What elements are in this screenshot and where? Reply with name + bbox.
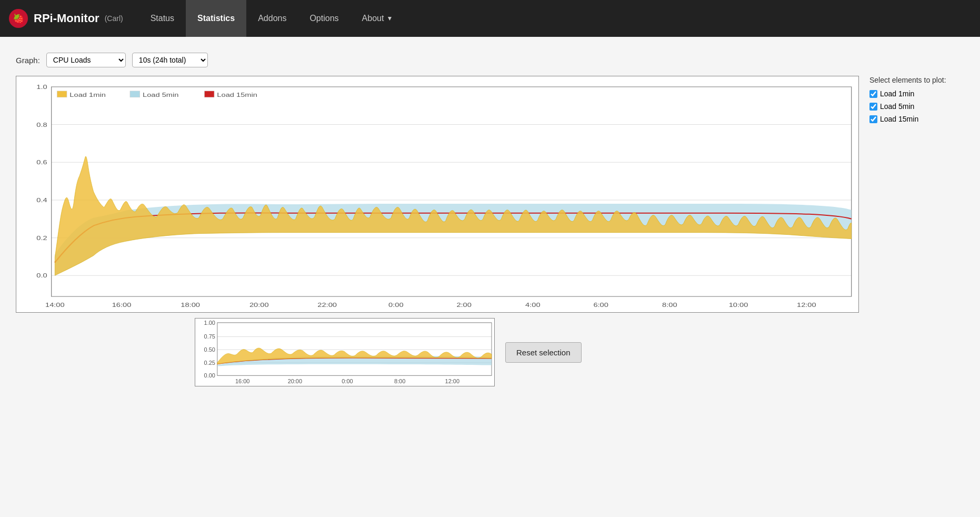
sub-chart[interactable]: 1.00 0.75 0.50 0.25 0.00 16:00 20:00 0:0…: [195, 318, 495, 386]
checkbox-label-load15min: Load 15min: [880, 115, 918, 123]
nav-item-about[interactable]: About ▼: [351, 0, 405, 37]
svg-text:16:00: 16:00: [112, 302, 132, 309]
nav-link-addons[interactable]: Addons: [246, 0, 298, 37]
svg-text:12:00: 12:00: [797, 302, 816, 309]
svg-text:Load 5min: Load 5min: [143, 92, 178, 98]
svg-text:20:00: 20:00: [249, 302, 269, 309]
raspberry-icon: 🍓: [8, 8, 28, 28]
svg-rect-30: [130, 91, 140, 97]
checkbox-label-load5min: Load 5min: [880, 102, 914, 111]
chart-wrapper: 1.0 0.8 0.6 0.4 0.2 0.0 14:00 16:00 18:0…: [16, 76, 964, 386]
chart-container: 1.0 0.8 0.6 0.4 0.2 0.0 14:00 16:00 18:0…: [16, 76, 859, 386]
checkbox-label-load1min: Load 1min: [880, 90, 914, 98]
svg-text:22:00: 22:00: [317, 302, 337, 309]
checkbox-input-load15min[interactable]: [869, 115, 877, 123]
svg-text:6:00: 6:00: [593, 302, 608, 309]
graph-select[interactable]: CPU Loads CPU Temperature Memory Disk: [46, 53, 126, 67]
about-dropdown-arrow: ▼: [386, 15, 393, 22]
svg-text:1.0: 1.0: [36, 84, 47, 91]
brand-subtitle: (Carl): [105, 14, 123, 23]
svg-rect-28: [57, 91, 67, 97]
svg-text:10:00: 10:00: [729, 302, 748, 309]
svg-text:20:00: 20:00: [288, 378, 302, 384]
svg-rect-32: [204, 91, 214, 97]
reset-selection-button[interactable]: Reset selection: [505, 342, 582, 363]
graph-label: Graph:: [16, 56, 40, 65]
svg-text:🍓: 🍓: [13, 13, 25, 25]
svg-text:0.75: 0.75: [204, 333, 215, 340]
checkbox-load15min[interactable]: Load 15min: [869, 115, 964, 123]
svg-text:0.25: 0.25: [204, 360, 215, 366]
nav-link-about[interactable]: About ▼: [351, 0, 405, 37]
nav-item-statistics[interactable]: Statistics: [186, 0, 246, 37]
checkbox-load5min[interactable]: Load 5min: [869, 102, 964, 111]
nav-link-status[interactable]: Status: [139, 0, 186, 37]
nav-link-statistics[interactable]: Statistics: [186, 0, 246, 37]
checkbox-load1min[interactable]: Load 1min: [869, 90, 964, 98]
svg-text:2:00: 2:00: [456, 302, 472, 309]
nav-link-options[interactable]: Options: [298, 0, 350, 37]
main-content: Graph: CPU Loads CPU Temperature Memory …: [0, 37, 980, 397]
svg-rect-27: [52, 87, 852, 296]
brand-title: RPi-Monitor: [34, 12, 99, 25]
svg-text:0.6: 0.6: [36, 159, 47, 166]
nav-item-options[interactable]: Options: [298, 0, 350, 37]
sidebar-title: Select elements to plot:: [869, 76, 964, 84]
svg-text:0.2: 0.2: [36, 234, 47, 241]
svg-text:Load 1min: Load 1min: [69, 92, 105, 98]
graph-controls: Graph: CPU Loads CPU Temperature Memory …: [16, 53, 964, 67]
main-chart[interactable]: 1.0 0.8 0.6 0.4 0.2 0.0 14:00 16:00 18:0…: [16, 76, 859, 313]
brand-link[interactable]: 🍓 RPi-Monitor (Carl): [8, 8, 123, 28]
sub-chart-svg: 1.00 0.75 0.50 0.25 0.00 16:00 20:00 0:0…: [195, 319, 494, 386]
svg-text:16:00: 16:00: [235, 378, 249, 384]
svg-text:0:00: 0:00: [342, 378, 353, 384]
svg-text:4:00: 4:00: [525, 302, 541, 309]
svg-text:0.00: 0.00: [204, 372, 215, 379]
svg-text:0:00: 0:00: [388, 302, 404, 309]
checkbox-input-load1min[interactable]: [869, 90, 877, 98]
svg-text:0.4: 0.4: [36, 197, 47, 204]
svg-text:14:00: 14:00: [45, 302, 65, 309]
svg-text:0.50: 0.50: [204, 346, 215, 353]
nav-links: Status Statistics Addons Options About ▼: [139, 0, 405, 37]
chart-sidebar: Select elements to plot: Load 1min Load …: [869, 76, 964, 127]
checkbox-input-load5min[interactable]: [869, 103, 877, 111]
nav-item-status[interactable]: Status: [139, 0, 186, 37]
main-chart-svg: 1.0 0.8 0.6 0.4 0.2 0.0 14:00 16:00 18:0…: [16, 76, 858, 312]
navbar: 🍓 RPi-Monitor (Carl) Status Statistics A…: [0, 0, 980, 37]
svg-text:Load 15min: Load 15min: [217, 92, 257, 98]
sub-chart-area: 1.00 0.75 0.50 0.25 0.00 16:00 20:00 0:0…: [16, 318, 859, 386]
svg-text:0.8: 0.8: [36, 121, 47, 128]
svg-text:12:00: 12:00: [445, 378, 459, 384]
interval-select[interactable]: 10s (24h total) 1min (7d total) 10min (3…: [132, 53, 208, 67]
svg-text:18:00: 18:00: [181, 302, 200, 309]
svg-text:8:00: 8:00: [662, 302, 677, 309]
svg-text:8:00: 8:00: [394, 378, 405, 384]
svg-text:0.0: 0.0: [36, 272, 47, 279]
svg-text:1.00: 1.00: [204, 320, 215, 326]
nav-item-addons[interactable]: Addons: [246, 0, 298, 37]
